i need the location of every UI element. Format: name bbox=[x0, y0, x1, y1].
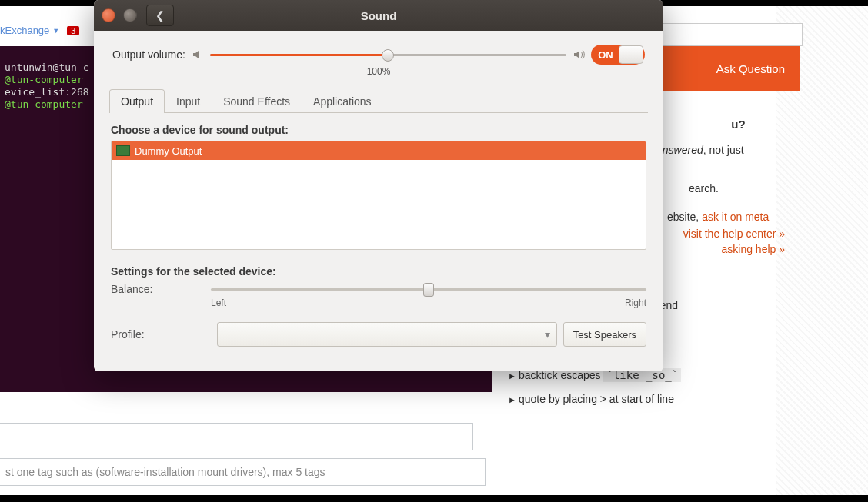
output-volume-row: Output volume: ON bbox=[102, 45, 656, 65]
tip-row: quote by placing > at start of line bbox=[508, 391, 785, 407]
choose-device-label: Choose a device for sound output: bbox=[111, 124, 646, 136]
chevron-down-icon: ▾ bbox=[545, 328, 550, 341]
balance-slider[interactable] bbox=[211, 282, 646, 296]
tab-applications[interactable]: Applications bbox=[302, 89, 383, 113]
balance-right-label: Right bbox=[625, 298, 646, 308]
help-center-link[interactable]: visit the help center » bbox=[683, 228, 785, 240]
stackexchange-label: kExchange bbox=[0, 25, 49, 36]
test-speakers-button[interactable]: Test Speakers bbox=[563, 322, 646, 347]
output-volume-slider[interactable] bbox=[210, 48, 566, 62]
dialog-title: Sound bbox=[94, 9, 663, 22]
stackexchange-menu[interactable]: kExchange ▼ 3 bbox=[0, 25, 79, 36]
selected-device-settings-label: Settings for the selected device: bbox=[111, 265, 646, 278]
speaker-low-icon bbox=[192, 48, 204, 61]
dialog-titlebar[interactable]: ❮ Sound bbox=[94, 0, 663, 31]
profile-label: Profile: bbox=[111, 328, 211, 341]
output-volume-label: Output volume: bbox=[112, 48, 185, 61]
volume-percent: 100% bbox=[102, 66, 656, 77]
output-panel: Choose a device for sound output: Dummy … bbox=[102, 113, 656, 357]
asking-help-link[interactable]: asking help » bbox=[721, 243, 785, 255]
sound-settings-dialog: ❮ Sound Output volume: ON bbox=[94, 0, 663, 371]
balance-label: Balance: bbox=[111, 283, 211, 295]
chevron-down-icon: ▼ bbox=[52, 27, 59, 35]
minimize-icon[interactable] bbox=[123, 8, 137, 22]
switch-on-label: ON bbox=[593, 49, 619, 61]
tab-output[interactable]: Output bbox=[109, 89, 165, 113]
sound-tabs: Output Input Sound Effects Applications bbox=[109, 89, 648, 113]
balance-endpoints: Left Right bbox=[211, 298, 646, 308]
body-textarea[interactable] bbox=[0, 423, 473, 450]
output-device-list[interactable]: Dummy Output bbox=[111, 141, 646, 250]
tags-placeholder: st one tag such as (software-installatio… bbox=[5, 466, 326, 478]
tab-sound-effects[interactable]: Sound Effects bbox=[212, 89, 302, 113]
profile-select[interactable]: ▾ bbox=[217, 322, 557, 347]
balance-left-label: Left bbox=[211, 298, 226, 308]
ask-question-button[interactable]: Ask Question bbox=[716, 46, 785, 91]
close-icon[interactable] bbox=[102, 8, 115, 22]
notification-badge[interactable]: 3 bbox=[67, 26, 79, 35]
back-button[interactable]: ❮ bbox=[146, 5, 174, 26]
sound-card-icon bbox=[116, 145, 130, 156]
chevron-left-icon: ❮ bbox=[155, 9, 165, 22]
switch-knob bbox=[619, 45, 643, 64]
output-mute-switch[interactable]: ON bbox=[591, 45, 645, 65]
speaker-high-icon bbox=[573, 48, 585, 61]
tab-input[interactable]: Input bbox=[165, 89, 212, 113]
tags-input[interactable]: st one tag such as (software-installatio… bbox=[0, 458, 486, 486]
meta-link[interactable]: ask it on meta bbox=[702, 211, 769, 223]
device-name: Dummy Output bbox=[135, 145, 202, 157]
device-row-dummy-output[interactable]: Dummy Output bbox=[112, 141, 646, 160]
window-chrome-bottom bbox=[0, 495, 868, 502]
